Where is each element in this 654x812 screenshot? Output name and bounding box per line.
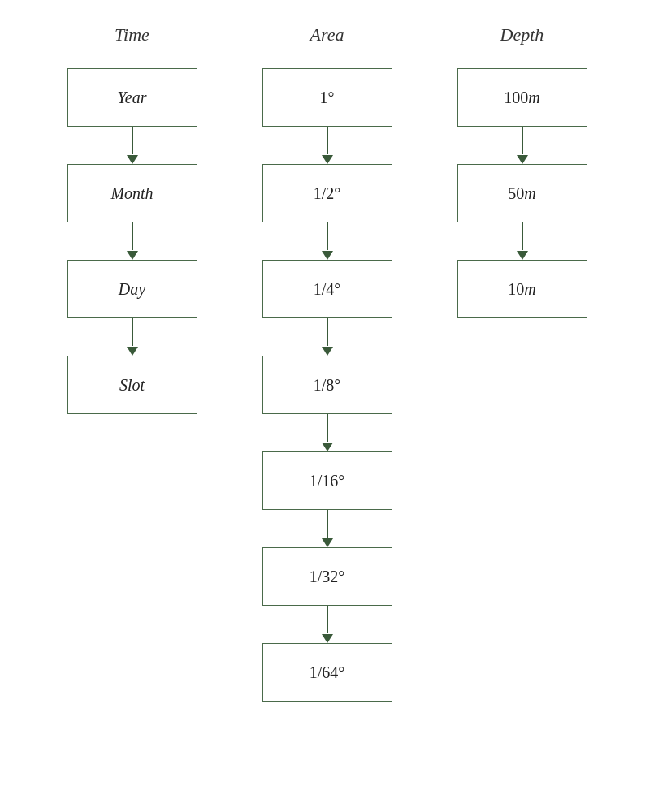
arrow-quarter-eighth bbox=[327, 318, 328, 356]
box-eighth-deg: 1/8° bbox=[262, 356, 392, 414]
columns-wrapper: Time Year Month Day Slot Area 1° bbox=[0, 24, 654, 702]
arrow-100-50 bbox=[522, 127, 523, 164]
box-eighth-deg-label: 1/8° bbox=[314, 376, 341, 395]
box-32-deg-label: 1/32° bbox=[310, 568, 345, 586]
box-100m-label: 100m bbox=[504, 89, 539, 107]
box-day: Day bbox=[67, 260, 197, 318]
time-column: Time Year Month Day Slot bbox=[51, 24, 214, 414]
arrow-day-slot bbox=[132, 318, 133, 356]
arrow-1-half bbox=[327, 127, 328, 164]
box-quarter-deg: 1/4° bbox=[262, 260, 392, 318]
area-header: Area bbox=[310, 24, 344, 45]
box-100m: 100m bbox=[457, 68, 587, 127]
box-slot: Slot bbox=[67, 356, 197, 414]
box-1deg-label: 1° bbox=[320, 89, 335, 107]
box-half-deg: 1/2° bbox=[262, 164, 392, 222]
arrow-32-64 bbox=[327, 606, 328, 643]
arrow-month-day bbox=[132, 222, 133, 260]
box-50m-label: 50m bbox=[508, 184, 535, 203]
box-10m-label: 10m bbox=[508, 280, 535, 299]
box-quarter-deg-label: 1/4° bbox=[314, 280, 341, 299]
time-header: Time bbox=[115, 24, 149, 45]
box-1deg: 1° bbox=[262, 68, 392, 127]
box-32-deg: 1/32° bbox=[262, 547, 392, 606]
arrow-16-32 bbox=[327, 510, 328, 547]
arrow-50-10 bbox=[522, 222, 523, 260]
depth-column: Depth 100m 50m 10m bbox=[441, 24, 604, 318]
box-day-label: Day bbox=[119, 280, 145, 299]
arrow-eighth-16 bbox=[327, 414, 328, 451]
page-container: Time Year Month Day Slot Area 1° bbox=[0, 0, 654, 812]
box-half-deg-label: 1/2° bbox=[314, 184, 341, 203]
area-column: Area 1° 1/2° 1/4° 1/8° 1/16° 1/32° bbox=[246, 24, 409, 702]
depth-header: Depth bbox=[500, 24, 544, 45]
box-year-label: Year bbox=[118, 89, 147, 107]
box-10m: 10m bbox=[457, 260, 587, 318]
arrow-half-quarter bbox=[327, 222, 328, 260]
box-year: Year bbox=[67, 68, 197, 127]
box-64-deg-label: 1/64° bbox=[310, 663, 345, 682]
box-month-label: Month bbox=[110, 184, 153, 203]
box-slot-label: Slot bbox=[119, 376, 145, 395]
box-16-deg: 1/16° bbox=[262, 451, 392, 510]
box-16-deg-label: 1/16° bbox=[310, 472, 345, 490]
arrow-year-month bbox=[132, 127, 133, 164]
box-month: Month bbox=[67, 164, 197, 222]
box-64-deg: 1/64° bbox=[262, 643, 392, 702]
box-50m: 50m bbox=[457, 164, 587, 222]
